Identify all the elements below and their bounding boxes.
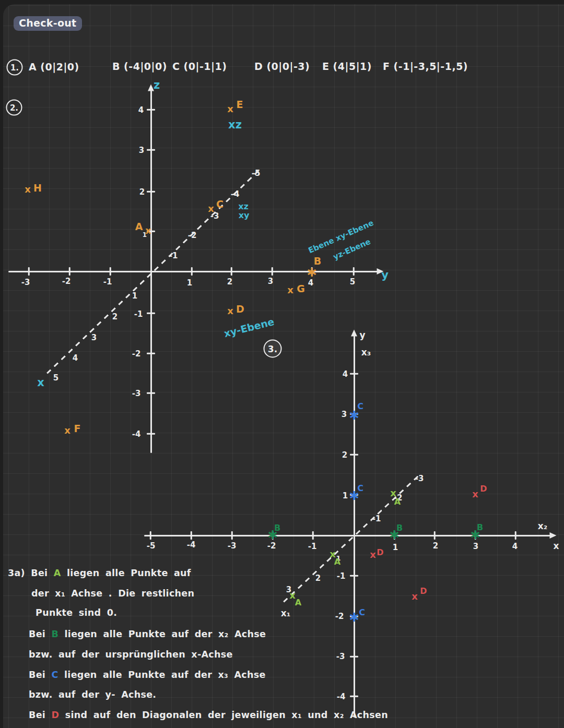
note-text: Bei: [29, 670, 52, 680]
point-C-label: C: [216, 199, 224, 209]
tick-label: 4: [308, 279, 313, 287]
point-F-marker: x: [64, 426, 70, 435]
tick-label: -3: [228, 542, 237, 550]
tick: [147, 109, 155, 111]
tick-label: 1: [343, 492, 348, 500]
tick-label: 3: [91, 334, 97, 342]
tick-label: 4: [343, 371, 348, 378]
ink-layer: Check-out 1. 2. 3. A (0|2|0)B (-4|0|0)C …: [0, 0, 564, 728]
tick: [515, 531, 516, 540]
tick-label: -3: [21, 279, 30, 287]
point-B-label: B: [274, 524, 280, 532]
tick-label: -1: [103, 278, 112, 286]
point-E-marker: x: [227, 104, 233, 114]
note-text: liegen alle Punkte auf der x₂ Achse: [58, 629, 266, 639]
point-F-label: F: [74, 424, 81, 434]
point-G-label: G: [297, 284, 305, 294]
plane-label: xz: [238, 202, 249, 211]
fig1-y-axis: [8, 271, 379, 272]
point-C-marker: ∗: [348, 610, 360, 624]
point-H-label: H: [33, 183, 42, 193]
point-D-marker: x: [370, 550, 376, 559]
note-line: Bei C liegen alle Punkte auf der x₃ Achs…: [29, 670, 266, 680]
tick-label: 3: [268, 278, 273, 285]
point-B-label: B: [314, 256, 321, 266]
point-B-label: B: [477, 523, 483, 532]
tick-label: 2: [433, 542, 438, 550]
tick: [434, 531, 436, 540]
tick-label: 4: [512, 543, 518, 551]
point-D-marker: x: [227, 306, 233, 316]
tick-label: -1: [169, 252, 178, 260]
tick-label: -3: [132, 390, 141, 398]
point-G-marker: x: [287, 285, 293, 295]
point-list-A: A (0|2|0): [29, 62, 79, 72]
tick-label: 3: [473, 543, 478, 551]
notebook-page: Check-out 1. 2. 3. A (0|2|0)B (-4|0|0)C …: [3, 4, 564, 728]
point-name-highlight: A: [54, 568, 61, 578]
note-text: Bei: [29, 710, 52, 720]
plane-label: xz: [228, 120, 242, 130]
axis-label-x2: x₂: [538, 522, 547, 531]
axis-label-x: x: [554, 542, 559, 551]
point-A-label: A: [394, 498, 401, 506]
tick-label: 5: [53, 374, 58, 382]
note-line: bzw. auf der y- Achse.: [29, 689, 156, 700]
tick-label: -4: [132, 431, 141, 438]
tick-label: -5: [147, 542, 156, 550]
point-list-F: F (-1|-3,5|-1,5): [383, 62, 468, 71]
point-A-marker: x: [145, 226, 151, 235]
point-C-label: C: [359, 608, 365, 617]
point-C-marker: x: [208, 204, 214, 213]
point-C-label: C: [357, 402, 363, 411]
tick-label: -2: [132, 350, 141, 358]
point-list-E: E (4|5|1): [322, 62, 372, 71]
note-line: Punkte sind 0.: [36, 607, 117, 618]
note-text: Punkte sind 0.: [36, 607, 117, 618]
tick-label: -1: [134, 311, 143, 318]
tick-label: 2: [139, 188, 145, 196]
tick: [147, 392, 155, 394]
point-D-marker: x: [412, 592, 418, 601]
tick-label: -4: [337, 693, 346, 701]
tick: [231, 267, 232, 276]
note-line: 3a) Bei A liegen alle Punkte auf: [8, 568, 191, 578]
point-name-highlight: C: [52, 670, 58, 680]
page-title: Check-out: [14, 16, 82, 31]
point-A-label: A: [295, 599, 301, 607]
note-line: Bei B liegen alle Punkte auf der x₂ Achs…: [29, 629, 266, 639]
point-list-B: B (-4|0|0): [112, 62, 167, 71]
point-D-label: D: [420, 587, 427, 595]
axis-label-z: z: [154, 80, 160, 91]
tick: [147, 191, 155, 193]
tick: [350, 696, 358, 697]
note-text: Bei: [29, 629, 52, 639]
note-line: Bei D sind auf den Diagonalen der jeweil…: [29, 710, 388, 720]
point-D-label: D: [480, 485, 487, 493]
note-text: liegen alle Punkte auf: [61, 568, 191, 578]
point-D-label: D: [377, 548, 383, 557]
tick-label: -2: [62, 278, 71, 285]
axis-label-y: y: [381, 270, 389, 281]
point-name-highlight: D: [52, 710, 60, 720]
point-name-highlight: B: [52, 629, 59, 639]
tick: [312, 531, 314, 540]
tick: [69, 267, 70, 276]
note-line: der x₁ Achse . Die restlichen: [31, 588, 194, 599]
tick-label: -1: [308, 543, 317, 551]
note-text: liegen alle Punkte auf der x₃ Achse: [58, 670, 266, 680]
note-text: der x₁ Achse . Die restlichen: [31, 588, 194, 599]
tick: [350, 373, 358, 375]
note-text: bzw. auf der ursprünglichen x-Achse: [29, 649, 233, 660]
plane-annotation: xy-Ebene: [223, 317, 275, 339]
task-1-badge: 1.: [7, 59, 23, 76]
tick: [147, 433, 155, 435]
point-C-label: C: [357, 484, 363, 493]
tick-label: 4: [138, 106, 144, 114]
tick-label: -2: [188, 232, 197, 240]
point-list-C: C (0|-1|1): [172, 62, 227, 71]
plane-label: xy: [239, 211, 250, 220]
note-text: 3a) Bei: [8, 568, 54, 578]
fig2-x3-axis: [354, 334, 355, 718]
note-text: sind auf den Diagonalen der jeweiligen x…: [59, 710, 388, 720]
